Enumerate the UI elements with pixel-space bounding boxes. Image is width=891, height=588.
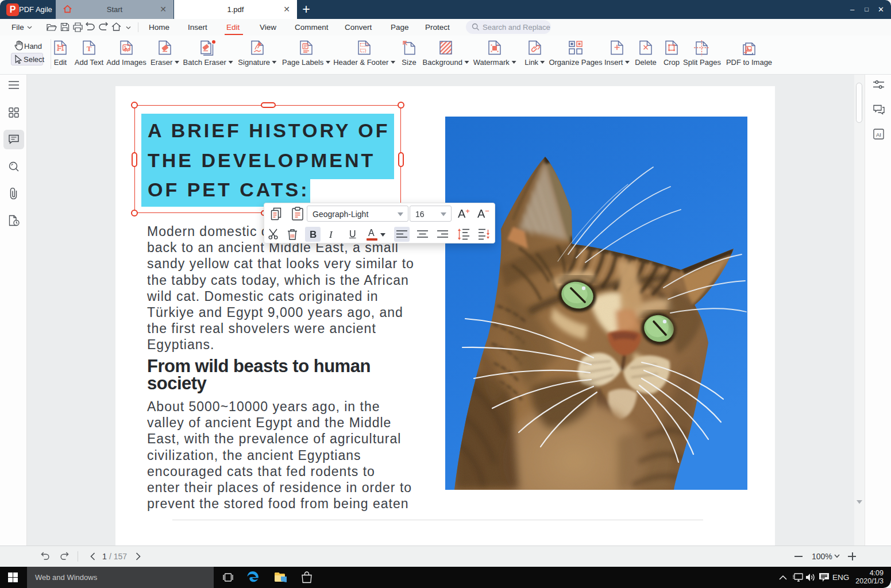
svg-text:T: T: [87, 44, 92, 53]
svg-text:AI: AI: [876, 131, 881, 138]
